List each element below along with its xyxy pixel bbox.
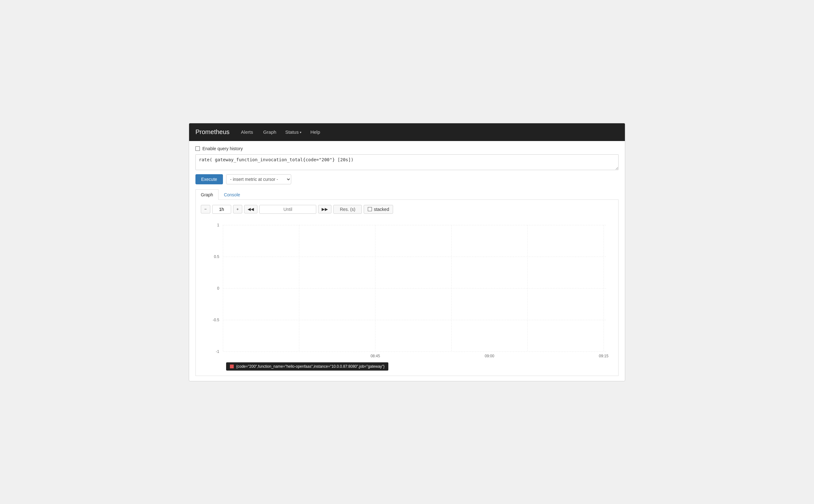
legend-color-icon	[230, 365, 234, 368]
time-back-button[interactable]: ◀◀	[244, 205, 257, 213]
chart-svg: .grid-line { stroke: #ddd; stroke-width:…	[201, 219, 613, 358]
zoom-in-button[interactable]: +	[233, 205, 243, 213]
query-history-label: Enable query history	[202, 146, 243, 151]
graph-panel: − + ◀◀ ▶▶ Res. (s) stacked .gri	[195, 200, 619, 376]
main-content: Enable query history rate( gateway_funct…	[189, 141, 625, 381]
status-dropdown[interactable]: Status ▾	[285, 129, 302, 135]
app-window: Prometheus Alerts Graph Status ▾ Help En…	[189, 123, 625, 381]
x-label-0845: 08:45	[371, 354, 380, 358]
legend-text: {code="200",function_name="hello-openfaa…	[236, 364, 385, 369]
zoom-out-button[interactable]: −	[201, 205, 210, 213]
y-label-1: 1	[217, 223, 219, 227]
x-label-0915: 09:15	[599, 354, 608, 358]
stacked-checkbox-icon	[368, 207, 372, 211]
tab-bar: Graph Console	[195, 189, 619, 200]
y-label-neg05: -0.5	[213, 318, 219, 322]
query-history-row: Enable query history	[195, 146, 619, 151]
execute-row: Execute - insert metric at cursor -	[195, 174, 619, 184]
navbar: Prometheus Alerts Graph Status ▾ Help	[189, 123, 625, 141]
tab-graph[interactable]: Graph	[195, 189, 219, 200]
stacked-label-text: stacked	[374, 207, 389, 212]
graph-controls: − + ◀◀ ▶▶ Res. (s) stacked	[201, 205, 613, 214]
status-caret-icon: ▾	[300, 131, 301, 134]
resolution-input[interactable]: Res. (s)	[333, 205, 362, 214]
graph-link[interactable]: Graph	[262, 127, 278, 137]
y-label-0: 0	[217, 286, 219, 291]
query-textarea[interactable]: rate( gateway_function_invocation_total{…	[195, 154, 619, 170]
until-input[interactable]	[259, 205, 316, 214]
chart-area: .grid-line { stroke: #ddd; stroke-width:…	[201, 219, 613, 358]
tab-console[interactable]: Console	[219, 189, 245, 200]
status-label: Status	[285, 129, 299, 135]
y-label-neg1: -1	[216, 349, 219, 354]
alerts-link[interactable]: Alerts	[240, 127, 254, 137]
time-forward-button[interactable]: ▶▶	[318, 205, 331, 213]
query-history-checkbox[interactable]	[195, 146, 200, 151]
brand-title: Prometheus	[195, 128, 230, 136]
legend-tooltip: {code="200",function_name="hello-openfaa…	[226, 362, 388, 371]
stacked-toggle[interactable]: stacked	[364, 205, 393, 214]
metric-select[interactable]: - insert metric at cursor -	[226, 174, 291, 184]
y-label-05: 0.5	[214, 255, 219, 259]
duration-input[interactable]	[212, 205, 231, 214]
help-link[interactable]: Help	[309, 127, 321, 137]
x-label-0900: 09:00	[485, 354, 494, 358]
execute-button[interactable]: Execute	[195, 174, 223, 184]
